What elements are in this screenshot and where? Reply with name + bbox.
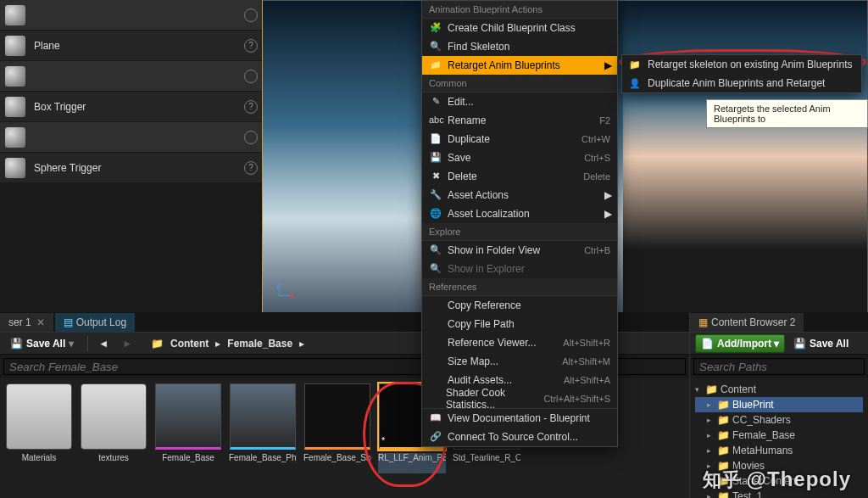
ctx-show-in-folder-view[interactable]: 🔍Show in Folder ViewCtrl+B [422, 241, 617, 260]
ctx-delete[interactable]: ✖DeleteDelete [422, 167, 617, 186]
ctx-rename[interactable]: abcRenameF2 [422, 111, 617, 130]
outliner-row-sphere-trigger[interactable]: Sphere Trigger? [0, 153, 263, 183]
submenu-duplicate-retarget[interactable]: 👤Duplicate Anim Blueprints and Retarget [622, 74, 861, 92]
outliner-row[interactable] [0, 0, 263, 31]
dropdown-icon[interactable]: ▾ [774, 338, 779, 350]
ctx-section-title: Common [422, 75, 617, 92]
crumb-folder[interactable]: Female_Base [227, 338, 292, 350]
cb2-tabbar: ▦Content Browser 2 [690, 312, 868, 333]
asset-thumb [304, 383, 370, 450]
ctx-find-skeleton[interactable]: 🔍Find Skeleton [422, 37, 617, 56]
asset-female-base[interactable]: Female_Base [154, 383, 222, 493]
asset-female-base-skeleton[interactable]: Female_Base_Skeleton [303, 383, 371, 493]
menu-icon [429, 374, 442, 386]
help-icon[interactable] [244, 8, 258, 22]
help-icon[interactable]: ? [244, 39, 258, 53]
asset-female-base-physicsasset[interactable]: Female_Base_PhysicsAsset [229, 383, 297, 493]
asset-label: Female_Base [154, 453, 222, 473]
modified-icon: * [381, 435, 385, 445]
ctx-asset-localization[interactable]: 🌐Asset Localization▶ [422, 204, 617, 223]
expand-icon[interactable]: ▾ [695, 385, 705, 394]
menu-label: Shader Cook Statistics... [446, 387, 543, 411]
ctx-size-map-[interactable]: Size Map...Alt+Shift+M [422, 352, 617, 371]
help-icon[interactable] [244, 70, 258, 83]
tree-female-base[interactable]: ▸📁Female_Base [695, 428, 863, 443]
log-icon: ▤ [64, 316, 73, 328]
watermark: 知乎@Thepoly [703, 467, 851, 493]
dropdown-icon[interactable]: ▾ [69, 338, 74, 350]
ctx-connect-to-source-control-[interactable]: 🔗Connect To Source Control... [422, 428, 617, 446]
cb2-tab[interactable]: ▦Content Browser 2 [690, 313, 804, 332]
help-icon[interactable] [244, 131, 258, 144]
shortcut: Alt+Shift+A [564, 375, 610, 385]
folder-icon[interactable]: 📁 [151, 338, 164, 350]
save-icon: 💾 [793, 338, 806, 350]
asset-label: textures [80, 453, 147, 473]
tree-cc-shaders[interactable]: ▸📁CC_Shaders [695, 412, 863, 428]
add-import-button[interactable]: 📄Add/Import▾ [695, 334, 785, 353]
help-icon[interactable]: ? [244, 161, 258, 175]
chevron-icon: ▸ [215, 338, 220, 350]
tree-label: MetaHumans [732, 445, 793, 456]
plus-icon: 📄 [701, 338, 714, 350]
actor-thumb [5, 66, 25, 87]
expand-icon[interactable]: ▸ [707, 446, 717, 455]
expand-icon[interactable]: ▸ [707, 400, 717, 409]
tree-blueprint[interactable]: ▸📁BluePrint [695, 397, 863, 412]
ctx-shader-cook-statistics-[interactable]: Shader Cook Statistics...Ctrl+Alt+Shift+… [422, 389, 617, 408]
shortcut: Ctrl+B [584, 245, 610, 255]
shortcut: Ctrl+S [584, 153, 610, 163]
ctx-duplicate[interactable]: 📄DuplicateCtrl+W [422, 130, 617, 148]
save-all-button[interactable]: 💾Save All [788, 334, 854, 353]
submenu-label: Retarget skeleton on existing Anim Bluep… [648, 59, 852, 70]
help-icon[interactable]: ? [244, 100, 258, 114]
outliner-row[interactable] [0, 61, 263, 92]
ctx-edit-[interactable]: ✎Edit... [422, 92, 617, 111]
expand-icon[interactable]: ▸ [707, 416, 717, 424]
ctx-retarget-anim-blueprints[interactable]: 📁Retarget Anim Blueprints▶ [422, 56, 617, 75]
asset-textures[interactable]: textures [80, 383, 147, 493]
ctx-section-title: Animation Blueprint Actions [422, 1, 617, 19]
tab-label: Output Log [76, 316, 126, 328]
expand-icon[interactable]: ▸ [707, 492, 717, 498]
preview-viewport[interactable] [623, 0, 868, 312]
search-paths-input[interactable] [693, 358, 865, 375]
outliner-row-box-trigger[interactable]: Box Trigger? [0, 92, 263, 122]
menu-icon: 🔍 [429, 41, 442, 53]
outliner-row-plane[interactable]: Plane? [0, 31, 263, 61]
menu-label: Copy Reference [448, 299, 521, 311]
submenu-arrow-icon: ▶ [604, 59, 612, 71]
ctx-asset-actions[interactable]: 🔧Asset Actions▶ [422, 186, 617, 204]
ctx-copy-file-path[interactable]: Copy File Path [422, 315, 617, 333]
menu-label: Retarget Anim Blueprints [448, 59, 560, 71]
nav-back-button[interactable]: ◄ [93, 334, 114, 353]
menu-icon: ✖ [429, 171, 442, 182]
tab-output-log[interactable]: ▤Output Log [55, 313, 135, 332]
crumb-content[interactable]: Content [170, 338, 209, 350]
actor-thumb [5, 97, 25, 117]
menu-icon: 💾 [429, 152, 442, 164]
tree-label: BluePrint [732, 399, 774, 411]
shortcut: Ctrl+W [581, 134, 610, 144]
ctx-copy-reference[interactable]: Copy Reference [422, 296, 617, 315]
save-all-button[interactable]: 💾Save All▾ [5, 334, 79, 353]
asset-materials[interactable]: Materials [5, 383, 73, 493]
outliner-row[interactable] [0, 122, 263, 153]
expand-icon[interactable]: ▸ [707, 431, 717, 439]
tree-content[interactable]: ▾📁Content [695, 382, 863, 397]
cb-tab[interactable]: ser 1✕ [0, 313, 53, 332]
context-menu: Animation Blueprint Actions 🧩Create Chil… [421, 0, 618, 447]
ctx-save[interactable]: 💾SaveCtrl+S [422, 148, 617, 167]
menu-label: Rename [448, 115, 486, 126]
actor-name: Sphere Trigger [34, 162, 244, 174]
tree-metahumans[interactable]: ▸📁MetaHumans [695, 443, 863, 458]
asset-label: Materials [5, 453, 73, 473]
shortcut: Alt+Shift+M [562, 356, 610, 367]
submenu-retarget-existing[interactable]: 📁Retarget skeleton on existing Anim Blue… [622, 55, 861, 74]
ctx-view-documentation-blueprint[interactable]: 📖View Documentation - Blueprint [422, 409, 617, 428]
close-icon[interactable]: ✕ [36, 316, 45, 328]
ctx-reference-viewer-[interactable]: Reference Viewer...Alt+Shift+R [422, 333, 617, 352]
ctx-create-child-blueprint-class[interactable]: 🧩Create Child Blueprint Class [422, 19, 617, 37]
asset-label: Female_Base_PhysicsAsset [229, 453, 297, 473]
nav-fwd-button[interactable]: ► [117, 334, 137, 353]
